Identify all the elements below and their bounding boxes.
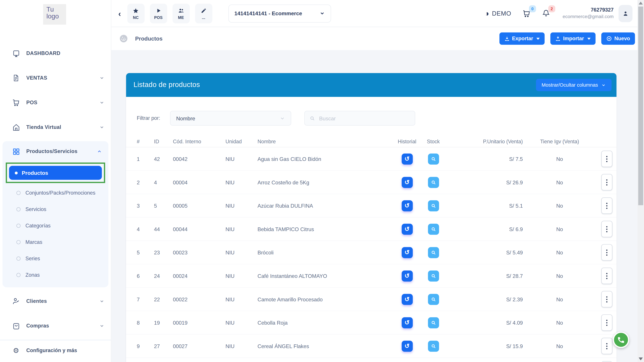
row-menu-button[interactable] — [601, 338, 612, 354]
sidebar-item-tienda-virtual[interactable]: Tienda Virtual — [0, 115, 111, 140]
cell-unit-price: S/ 2.39 — [446, 296, 528, 302]
shortcut-nc-button[interactable]: NC — [127, 3, 144, 23]
table-row: 4 44 00044 NIU Bebida TAMPICO Citrus ↺ S… — [126, 218, 616, 241]
shortcut-me-button[interactable]: ME — [172, 3, 190, 23]
scroll-up-arrow-icon[interactable] — [639, 2, 643, 4]
cell-internal-code: 00022 — [173, 296, 226, 302]
row-menu-button[interactable] — [601, 197, 612, 214]
cell-unit: NIU — [226, 296, 258, 302]
shortcut-edit-button[interactable]: ... — [195, 3, 212, 23]
sidebar-subitem-productos-active[interactable]: Productos — [9, 166, 102, 180]
stock-lookup-button[interactable] — [428, 247, 439, 258]
person-check-icon — [12, 297, 21, 306]
history-button[interactable]: ↺ — [402, 270, 412, 281]
stock-lookup-button[interactable] — [428, 317, 439, 328]
collapse-sidebar-button[interactable]: ‹ — [118, 9, 121, 17]
history-button[interactable]: ↺ — [402, 153, 412, 164]
row-menu-button[interactable] — [601, 174, 612, 190]
stock-lookup-button[interactable] — [428, 200, 439, 211]
sidebar-item-clientes[interactable]: Clientes — [0, 289, 111, 314]
sidebar-subitem-categorias[interactable]: Categorías — [2, 218, 108, 234]
stock-lookup-button[interactable] — [428, 270, 439, 281]
import-button[interactable]: Importar — [550, 32, 596, 44]
stock-lookup-button[interactable] — [428, 294, 439, 305]
sidebar-subitem-series[interactable]: Series — [2, 250, 108, 267]
establishment-select[interactable]: 14141414141 - Ecommerce — [228, 4, 331, 22]
cell-unit: NIU — [226, 203, 258, 209]
cell-index: 5 — [137, 249, 154, 256]
sidebar-subitem-marcas[interactable]: Marcas — [2, 234, 108, 250]
cart-button[interactable]: 0 — [522, 9, 531, 18]
people-icon — [178, 7, 184, 14]
whatsapp-button[interactable] — [613, 332, 629, 348]
sidebar-nav: DASHBOARD VENTAS POS — [0, 41, 111, 361]
toggle-columns-button[interactable]: Mostrar/Ocultar columnas — [536, 79, 612, 91]
shopping-bag-icon — [12, 322, 21, 331]
sidebar-item-configuracion[interactable]: ⚙ Configuración y más — [0, 340, 111, 361]
sidebar-item-label: Tienda Virtual — [26, 124, 61, 130]
cell-index: 3 — [137, 203, 154, 209]
column-header: # — [137, 139, 154, 144]
bullet-ring-icon — [16, 224, 20, 228]
row-menu-button[interactable] — [601, 151, 612, 167]
row-menu-button[interactable] — [601, 244, 612, 261]
scroll-down-arrow-icon[interactable] — [639, 358, 643, 360]
sidebar-subitem-servicios[interactable]: Servicios — [2, 201, 108, 218]
cell-index: 1 — [137, 156, 154, 162]
sidebar-item-compras[interactable]: Compras — [0, 314, 111, 338]
cell-id: 4 — [154, 179, 173, 185]
shortcut-pos-button[interactable]: POS — [150, 3, 167, 23]
notifications-button[interactable]: 2 — [542, 9, 550, 17]
new-button[interactable]: Nuevo — [601, 32, 635, 44]
history-button[interactable]: ↺ — [402, 317, 412, 328]
vertical-scrollbar[interactable] — [638, 0, 644, 362]
scrollbar-thumb[interactable] — [638, 6, 643, 205]
row-menu-button[interactable] — [601, 291, 612, 307]
filter-field-select[interactable]: Nombre — [170, 111, 291, 125]
play-icon — [156, 7, 161, 14]
row-menu-button[interactable] — [601, 314, 612, 331]
stock-lookup-button[interactable] — [428, 340, 439, 352]
stock-lookup-button[interactable] — [428, 153, 439, 164]
cell-has-igv: No — [528, 343, 592, 349]
stock-lookup-button[interactable] — [428, 223, 439, 234]
demo-mode-toggle[interactable]: ◑ DEMO — [484, 9, 511, 17]
logo[interactable]: Tu logo — [0, 0, 111, 29]
history-button[interactable]: ↺ — [402, 294, 412, 305]
cell-index: 8 — [137, 320, 154, 326]
history-button[interactable]: ↺ — [402, 177, 412, 188]
cell-has-igv: No — [528, 296, 592, 302]
monitor-icon — [12, 49, 21, 58]
cell-has-igv: No — [528, 179, 592, 185]
bullet-ring-icon — [16, 240, 20, 244]
cell-index: 9 — [137, 343, 154, 349]
sidebar-item-ventas[interactable]: VENTAS — [0, 66, 111, 90]
products-card: Listado de productos Mostrar/Ocultar col… — [126, 73, 616, 362]
search-input[interactable] — [318, 115, 402, 122]
cell-internal-code: 00023 — [173, 249, 226, 256]
export-button[interactable]: Exportar — [499, 32, 544, 44]
toggle-columns-label: Mostrar/Ocultar columnas — [542, 82, 598, 88]
history-button[interactable]: ↺ — [402, 340, 412, 352]
row-menu-button[interactable] — [601, 268, 612, 284]
stock-lookup-button[interactable] — [428, 177, 439, 188]
sidebar-item-productos-servicios[interactable]: Productos/Servicios — [2, 141, 108, 162]
column-header: Historial — [393, 139, 421, 144]
row-menu-button[interactable] — [601, 221, 612, 237]
cell-id: 22 — [154, 296, 173, 302]
chevron-down-icon — [100, 100, 104, 105]
history-button[interactable]: ↺ — [402, 223, 412, 234]
history-button[interactable]: ↺ — [402, 247, 412, 258]
sidebar-subitem-label: Zonas — [26, 272, 40, 278]
sidebar-subitem-zonas[interactable]: Zonas — [2, 267, 108, 283]
row-menu-button[interactable] — [601, 361, 612, 362]
sidebar-item-dashboard[interactable]: DASHBOARD — [0, 41, 111, 66]
cell-unit: NIU — [226, 156, 258, 162]
table-row: 2 4 00004 NIU Arroz Costeño de 5Kg ↺ S/ … — [126, 171, 616, 194]
sidebar-subitem-label: Categorías — [26, 223, 51, 229]
history-button[interactable]: ↺ — [402, 200, 412, 211]
sidebar-item-pos[interactable]: POS — [0, 90, 111, 115]
plus-circle-icon — [606, 36, 612, 41]
sidebar-subitem-conjuntos[interactable]: Conjuntos/Packs/Promociones — [2, 185, 108, 201]
user-menu-button[interactable] — [618, 5, 632, 22]
